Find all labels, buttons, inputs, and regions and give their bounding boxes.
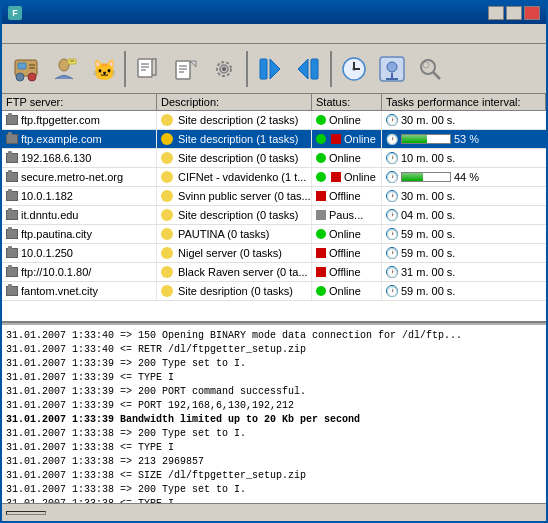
export-button[interactable] [168,51,204,87]
clock-icon: 🕐 [386,190,398,202]
status-text: Offline [329,266,361,278]
table-row[interactable]: ftp://10.0.1.80/Black Raven server (0 ta… [2,263,546,282]
new-profile-button[interactable] [8,51,44,87]
settings-button[interactable] [206,51,242,87]
server-name: 10.0.1.250 [21,247,73,259]
server-name: it.dnntu.edu [21,209,79,221]
statusbar-text [6,511,46,515]
table-row[interactable]: 10.0.1.182Svinn public server (0 tas...O… [2,187,546,206]
status-dot [316,191,326,201]
start-all-button[interactable] [252,51,288,87]
description-cell: Site desription (0 tasks) [157,282,312,300]
interval-text: 31 m. 00 s. [401,266,455,278]
interval-text: 30 m. 00 s. [401,190,455,202]
table-row[interactable]: secure.metro-net.orgCIFNet - vdavidenko … [2,168,546,187]
table-header: FTP server: Description: Status: Tasks p… [2,94,546,111]
table-row[interactable]: ftp.ftpgetter.comSite description (2 tas… [2,111,546,130]
progress-bar-fill [402,173,423,181]
interval-text: 59 m. 00 s. [401,285,455,297]
server-icon [6,172,18,182]
status-text: Online [344,171,376,183]
server-icon [6,153,18,163]
inactive-indicator [161,266,173,278]
description-cell: CIFNet - vdavidenko (1 t... [157,168,312,186]
status-cell: Online [312,149,382,167]
status-dot [316,248,326,258]
description-cell: Nigel server (0 tasks) [157,244,312,262]
table-row[interactable]: ftp.pautina.cityPAUTINA (0 tasks)Online🕐… [2,225,546,244]
find-button[interactable] [412,51,448,87]
description-cell: Site description (0 tasks) [157,149,312,167]
status-dot [316,229,326,239]
svg-marker-22 [270,59,280,79]
table-row[interactable]: 192.168.6.130Site description (0 tasks)O… [2,149,546,168]
col-server: FTP server: [2,94,157,110]
toolbar: 🐱 [2,44,546,94]
server-name: ftp://10.0.1.80/ [21,266,91,278]
description-text: Site description (0 tasks) [178,209,298,221]
progress-bar-wrap [401,172,451,182]
import-button[interactable] [130,51,166,87]
title-bar-buttons [488,6,540,20]
description-cell: Site description (1 tasks) [157,130,312,148]
separator-3 [330,51,332,87]
edit-profile-button[interactable] [46,51,82,87]
close-button[interactable] [524,6,540,20]
clock-icon: 🕐 [386,228,398,240]
svg-point-4 [16,73,24,81]
inactive-indicator [161,114,173,126]
server-name: 10.0.1.182 [21,190,73,202]
log-line: 31.01.2007 1:33:38 <= SIZE /dl/ftpgetter… [6,469,542,483]
inactive-indicator [161,171,173,183]
upload-button[interactable] [374,51,410,87]
minimize-button[interactable] [488,6,504,20]
interval-cell: 🕐30 m. 00 s. [382,187,546,205]
log-line: 31.01.2007 1:33:38 => 200 Type set to I. [6,427,542,441]
stop-button[interactable] [331,134,341,144]
log-line: 31.01.2007 1:33:39 <= TYPE I [6,371,542,385]
description-text: CIFNet - vdavidenko (1 t... [178,171,306,183]
menu-buy[interactable] [54,32,70,36]
maximize-button[interactable] [506,6,522,20]
schedule-button[interactable] [336,51,372,87]
status-text: Online [344,133,376,145]
table-row[interactable]: ftp.example.comSite description (1 tasks… [2,130,546,149]
separator-1 [124,51,126,87]
description-text: Site desription (0 tasks) [178,285,293,297]
svg-point-36 [423,62,429,68]
menu-options[interactable] [22,32,38,36]
svg-point-29 [353,67,356,70]
log-line: 31.01.2007 1:33:38 => 213 2969857 [6,455,542,469]
inactive-indicator [161,247,173,259]
server-name: secure.metro-net.org [21,171,123,183]
log-line: 31.01.2007 1:33:39 <= PORT 192,168,6,130… [6,399,542,413]
table-row[interactable]: it.dnntu.eduSite description (0 tasks)Pa… [2,206,546,225]
clock-icon: 🕐 [386,209,398,221]
content-area: FTP server: Description: Status: Tasks p… [2,94,546,521]
delete-profile-button[interactable]: 🐱 [84,51,120,87]
status-text: Online [329,228,361,240]
status-dot [316,286,326,296]
svg-rect-25 [311,59,318,79]
status-cell: Online [312,225,382,243]
server-table[interactable]: FTP server: Description: Status: Tasks p… [2,94,546,323]
status-cell: Offline [312,187,382,205]
stop-button[interactable] [331,172,341,182]
table-body: ftp.ftpgetter.comSite description (2 tas… [2,111,546,301]
server-name: ftp.example.com [21,133,102,145]
server-icon [6,191,18,201]
table-row[interactable]: 10.0.1.250Nigel server (0 tasks)Offline🕐… [2,244,546,263]
interval-cell: 🕐59 m. 00 s. [382,225,546,243]
interval-text: 04 m. 00 s. [401,209,455,221]
description-cell: Svinn public server (0 tas... [157,187,312,205]
stop-all-button[interactable] [290,51,326,87]
interval-text: 30 m. 00 s. [401,114,455,126]
interval-cell: 🕐31 m. 00 s. [382,263,546,281]
log-area[interactable]: 31.01.2007 1:33:40 => 150 Opening BINARY… [2,323,546,503]
log-line: 31.01.2007 1:33:38 => 200 Type set to I. [6,483,542,497]
menu-profiles[interactable] [6,32,22,36]
inactive-indicator [161,190,173,202]
description-cell: Black Raven server (0 ta... [157,263,312,281]
table-row[interactable]: fantom.vnet.citySite desription (0 tasks… [2,282,546,301]
menu-help[interactable] [38,32,54,36]
